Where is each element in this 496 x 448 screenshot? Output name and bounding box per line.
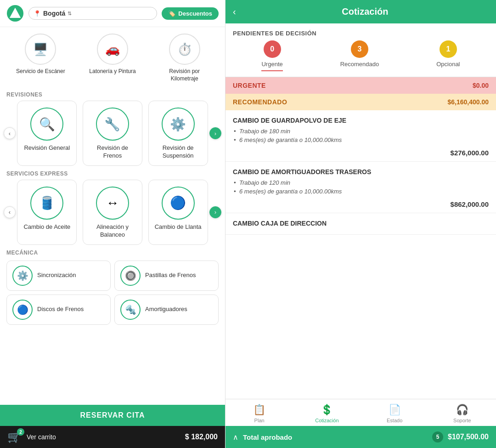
reservar-button[interactable]: RESERVAR CITA: [80, 411, 145, 420]
soporte-label: Soporte: [453, 418, 471, 423]
caja-direccion-title: CAMBIO CAJA DE DIRECCION: [233, 220, 489, 227]
location-pin-icon: 📍: [34, 10, 41, 17]
total-label: Total aprobado: [243, 433, 428, 441]
express-carousel-left-arrow[interactable]: ‹: [4, 206, 16, 218]
tab-recomendado[interactable]: 3 Recomendado: [340, 40, 379, 71]
tag-icon: 🏷️: [168, 10, 175, 17]
discounts-button[interactable]: 🏷️ Descuentos: [162, 7, 219, 20]
total-chevron-icon: ∧: [233, 433, 238, 442]
revisiones-carousel: ‹ 🔍 Revisión General 🔧 Revisión de Freno…: [3, 101, 222, 166]
recomendado-tab-label: Recomendado: [340, 61, 379, 68]
service-caja-direccion: CAMBIO CAJA DE DIRECCION: [225, 213, 496, 235]
revision-frenos-icon: 🔧: [96, 108, 129, 141]
nav-estado[interactable]: 📄 Estado: [378, 404, 411, 423]
guardapolvo-title: CAMBIO DE GUARDAPOLVO DE EJE: [233, 117, 489, 124]
urgente-bar: URGENTE $0.00: [225, 77, 496, 94]
express-carousel-items: 🛢️ Cambio de Aceite ↔️ Alineación y Bala…: [17, 180, 209, 245]
location-name: Bogotá: [43, 10, 65, 17]
estado-icon: 📄: [389, 404, 401, 416]
tab-opcional[interactable]: 1 Opcional: [436, 40, 460, 71]
carousel-item-alineacion[interactable]: ↔️ Alineación y Balanceo: [83, 180, 142, 245]
cotizacion-nav-icon: 💲: [321, 404, 333, 416]
pastillas-label: Pastillas de Frenos: [145, 272, 196, 279]
nav-cotizacion[interactable]: 💲 Cotización: [311, 404, 343, 423]
mecanica-grid: ⚙️ Sincronización 🔘 Pastillas de Frenos …: [0, 259, 225, 327]
cart-text[interactable]: Ver carrito: [27, 433, 180, 441]
recomendado-badge: 3: [351, 40, 368, 58]
right-panel: ‹ Cotización PENDIENTES DE DECISIÓN 0 Ur…: [225, 0, 496, 448]
guardapolvo-price: $276,000.00: [233, 149, 489, 157]
carousel-item-llanta[interactable]: 🔵 Cambio de Llanta: [148, 180, 208, 245]
revision-suspension-label: Revisión de Suspensión: [153, 144, 203, 160]
plan-icon: 📋: [253, 404, 265, 416]
pastillas-icon: 🔘: [120, 266, 141, 286]
cart-icon-wrapper: 🛒 2: [7, 431, 21, 443]
soporte-icon: 🎧: [456, 404, 468, 416]
reservar-bar: RESERVAR CITA: [0, 405, 225, 426]
service-item-scanner[interactable]: 🖥️ Servicio de Escáner: [11, 34, 70, 82]
back-button[interactable]: ‹: [233, 6, 236, 17]
opcional-badge: 1: [440, 40, 457, 58]
opcional-tab-label: Opcional: [436, 61, 460, 68]
scanner-icon: 🖥️: [25, 34, 56, 65]
total-badge: 5: [432, 431, 443, 442]
amortiguadores-price: $862,000.00: [233, 200, 489, 208]
content-area: 🖥️ Servicio de Escáner 🚗 Latonería y Pin…: [0, 27, 225, 405]
carousel-item-frenos[interactable]: 🔧 Revisión de Frenos: [83, 101, 142, 166]
revision-general-label: Revisión General: [24, 144, 70, 152]
llanta-icon: 🔵: [162, 187, 195, 220]
express-carousel-right-arrow[interactable]: ›: [209, 206, 221, 218]
quote-content: URGENTE $0.00 RECOMENDADO $6,160,400.00 …: [225, 77, 496, 399]
amortiguadores-detail-2: 6 mes(es) de garantía o 10,000.00kms: [233, 187, 489, 196]
discos-label: Discos de Frenos: [37, 306, 84, 313]
carousel-right-arrow[interactable]: ›: [209, 127, 221, 139]
nav-soporte[interactable]: 🎧 Soporte: [446, 404, 478, 423]
latoneria-label: Latonería y Pintura: [89, 68, 135, 75]
mecanica-item-sincronizacion[interactable]: ⚙️ Sincronización: [6, 261, 111, 291]
estado-label: Estado: [387, 418, 402, 423]
express-section-header: SERVICIOS EXPRESS: [0, 166, 225, 180]
pendientes-header: PENDIENTES DE DECISIÓN: [225, 23, 496, 40]
carousel-left-arrow[interactable]: ‹: [4, 127, 16, 139]
app-logo: [6, 5, 24, 22]
service-item-kilometraje[interactable]: ⏱️ Revisión por Kilometraje: [155, 34, 214, 82]
carousel-item-suspension[interactable]: ⚙️ Revisión de Suspensión: [148, 101, 208, 166]
service-item-latoneria[interactable]: 🚗 Latonería y Pintura: [83, 34, 142, 82]
cart-price: $ 182,000: [185, 433, 218, 441]
cart-bar[interactable]: 🛒 2 Ver carrito $ 182,000: [0, 426, 225, 448]
cotizacion-header: ‹ Cotización: [225, 0, 496, 23]
left-panel: 📍 Bogotá ⇅ 🏷️ Descuentos 🖥️ Servicio de …: [0, 0, 225, 448]
total-price: $107,500.00: [448, 433, 489, 441]
guardapolvo-detail-2: 6 mes(es) de garantía o 10,000.00kms: [233, 136, 489, 144]
alineacion-label: Alineación y Balanceo: [88, 223, 137, 239]
service-guardapolvo: CAMBIO DE GUARDAPOLVO DE EJE Trabajo de …: [225, 110, 496, 162]
carousel-item-aceite[interactable]: 🛢️ Cambio de Aceite: [17, 180, 77, 245]
location-selector[interactable]: 📍 Bogotá ⇅: [28, 7, 157, 20]
carousel-item-general[interactable]: 🔍 Revisión General: [17, 101, 77, 166]
urgente-label: URGENTE: [233, 82, 266, 89]
kilometraje-icon: ⏱️: [169, 34, 200, 65]
tab-urgente[interactable]: 0 Urgente: [261, 40, 282, 71]
cotizacion-title: Cotización: [242, 6, 489, 17]
latoneria-icon: 🚗: [97, 34, 128, 65]
mecanica-item-pastillas[interactable]: 🔘 Pastillas de Frenos: [114, 261, 219, 291]
service-amortiguadores: CAMBIO DE AMORTIGUADORES TRASEROS Trabaj…: [225, 162, 496, 213]
sincronizacion-icon: ⚙️: [12, 266, 33, 286]
guardapolvo-detail-1: Trabajo de 180 min: [233, 127, 489, 136]
amortiguadores-title: CAMBIO DE AMORTIGUADORES TRASEROS: [233, 168, 489, 176]
mecanica-item-discos[interactable]: 🔵 Discos de Frenos: [6, 295, 111, 325]
top-services-row: 🖥️ Servicio de Escáner 🚗 Latonería y Pin…: [0, 27, 225, 87]
express-carousel: ‹ 🛢️ Cambio de Aceite ↔️ Alineación y Ba…: [3, 180, 222, 245]
recomendado-bar: RECOMENDADO $6,160,400.00: [225, 94, 496, 110]
plan-label: Plan: [254, 418, 265, 423]
urgente-price: $0.00: [473, 82, 489, 89]
revision-general-icon: 🔍: [30, 108, 63, 141]
urgente-tab-label: Urgente: [261, 61, 282, 68]
decision-tabs: 0 Urgente 3 Recomendado 1 Opcional: [225, 40, 496, 77]
mecanica-item-amortiguadores[interactable]: 🔩 Amortiguadores: [114, 295, 219, 325]
cart-badge: 2: [17, 428, 24, 436]
total-bar[interactable]: ∧ Total aprobado 5 $107,500.00: [225, 426, 496, 448]
alineacion-icon: ↔️: [96, 187, 129, 220]
llanta-label: Cambio de Llanta: [155, 223, 202, 231]
nav-plan[interactable]: 📋 Plan: [243, 404, 276, 423]
